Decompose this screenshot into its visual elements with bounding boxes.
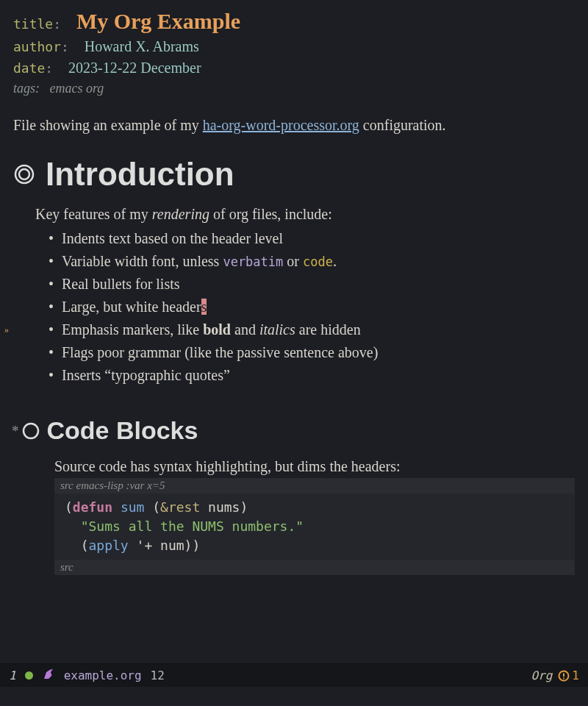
heading-code-blocks[interactable]: * Code Blocks bbox=[12, 416, 575, 445]
list-item: Real bullets for lists bbox=[49, 273, 575, 296]
heading-text: Code Blocks bbox=[47, 416, 198, 445]
modeline-major-mode[interactable]: Org bbox=[531, 668, 552, 682]
fringe-arrow-icon: » bbox=[4, 323, 9, 337]
config-link[interactable]: ha-org-word-processor.org bbox=[203, 117, 359, 133]
meta-key-tags: tags: bbox=[13, 81, 40, 96]
meta-date: date: 2023-12-22 December bbox=[13, 60, 575, 76]
meta-tags: tags: emacs org bbox=[13, 81, 575, 96]
modeline[interactable]: 1 example.org 12 Org 1 bbox=[0, 663, 588, 687]
heading-bullet-icon bbox=[13, 163, 35, 185]
meta-title: title: My Org Example bbox=[13, 9, 575, 34]
list-item: Variable width font, unless verbatim or … bbox=[49, 250, 575, 273]
meta-key-author: author bbox=[13, 39, 61, 54]
heading-bullet-icon bbox=[22, 422, 40, 440]
list-item: Flags poor grammar (like the passive sen… bbox=[49, 341, 575, 364]
svg-point-2 bbox=[24, 424, 38, 438]
doc-tags: emacs org bbox=[50, 81, 104, 96]
svg-point-0 bbox=[15, 165, 33, 183]
verbatim-text: verbatim bbox=[223, 254, 283, 269]
features-lead: Key features of my rendering of org file… bbox=[35, 206, 575, 223]
heading-introduction[interactable]: Introduction bbox=[13, 156, 575, 193]
modeline-line-number: 12 bbox=[151, 668, 165, 682]
heading-text: Introduction bbox=[46, 156, 234, 193]
src-block-body[interactable]: (defun sum (&rest nums) "Sums all the NU… bbox=[54, 493, 575, 560]
meta-author: author: Howard X. Abrams bbox=[13, 38, 575, 55]
code-text: code bbox=[303, 254, 333, 269]
modified-indicator-icon bbox=[25, 671, 33, 680]
src-block-footer: src bbox=[54, 560, 575, 575]
svg-point-5 bbox=[563, 677, 564, 679]
warning-icon bbox=[558, 670, 570, 682]
editor-buffer[interactable]: title: My Org Example author: Howard X. … bbox=[0, 0, 588, 663]
modeline-window-number: 1 bbox=[9, 668, 16, 682]
modeline-filename[interactable]: example.org bbox=[64, 668, 142, 682]
heading-star: * bbox=[12, 423, 19, 439]
text-cursor: s bbox=[201, 299, 207, 315]
doc-title: My Org Example bbox=[76, 9, 240, 33]
intro-paragraph: File showing an example of my ha-org-wor… bbox=[13, 115, 575, 135]
section-introduction: Key features of my rendering of org file… bbox=[35, 206, 575, 387]
unicorn-icon bbox=[42, 668, 55, 684]
doc-date: 2023-12-22 December bbox=[68, 60, 201, 76]
list-item: Indents text based on the header level bbox=[49, 227, 575, 250]
list-item: » Emphasis markers, like bold and italic… bbox=[49, 318, 575, 341]
doc-author: Howard X. Abrams bbox=[85, 38, 199, 54]
section-code-blocks: Source code has syntax highlighting, but… bbox=[54, 458, 575, 575]
features-list: Indents text based on the header level V… bbox=[35, 227, 575, 387]
code-description: Source code has syntax highlighting, but… bbox=[54, 458, 575, 475]
bold-text: bold bbox=[203, 321, 231, 338]
meta-key-date: date bbox=[13, 60, 45, 76]
list-item: Large, but white headers bbox=[49, 296, 575, 318]
italic-text: italics bbox=[259, 321, 295, 338]
list-item: Inserts “typographic quotes” bbox=[49, 364, 575, 387]
modeline-flycheck-warning[interactable]: 1 bbox=[558, 668, 579, 682]
svg-point-1 bbox=[19, 169, 29, 179]
src-block-header: src emacs-lisp :var x=5 bbox=[54, 478, 575, 493]
minibuffer[interactable] bbox=[0, 687, 588, 706]
meta-key-title: title bbox=[13, 16, 53, 32]
